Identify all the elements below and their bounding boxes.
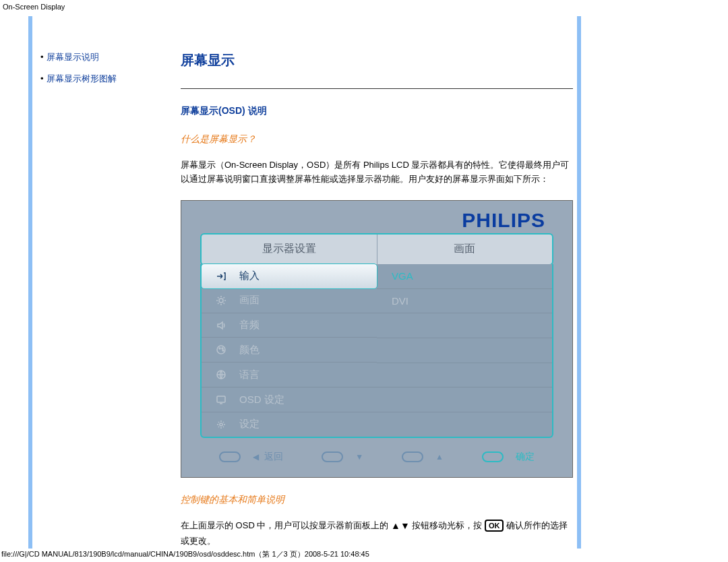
osd-option-item <box>377 387 552 412</box>
osd-screenshot: PHILIPS 显示器设置 画面 输入画面音频颜色语言OSD 设定设定 VGAD… <box>181 200 573 478</box>
svg-point-2 <box>219 348 220 349</box>
intro-paragraph: 屏幕显示（On-Screen Display，OSD）是所有 Philips L… <box>181 158 573 187</box>
osd-menu-label: 语言 <box>239 369 260 381</box>
osd-body: 输入画面音频颜色语言OSD 设定设定 VGADVI <box>200 264 553 438</box>
page-header-label: On-Screen Display <box>3 3 65 11</box>
page-footer-path: file:///G|/CD MANUAL/813/190B9/lcd/manua… <box>1 549 369 559</box>
sidebar: •屏幕显示说明•屏幕显示树形图解 <box>40 51 162 94</box>
osd-menu-label: 输入 <box>239 270 260 282</box>
pill-icon <box>322 451 343 462</box>
osd-menu-item[interactable]: OSD 设定 <box>202 387 377 412</box>
sidebar-item[interactable]: •屏幕显示说明 <box>40 51 162 63</box>
osd-back-label: 返回 <box>264 451 283 463</box>
osd-option-item <box>377 338 552 363</box>
osd-menu-item[interactable]: 音频 <box>202 313 377 338</box>
section-osd-desc-title: 屏幕显示(OSD) 说明 <box>181 105 573 117</box>
osd-menu-item[interactable]: 语言 <box>202 363 377 387</box>
screen-icon <box>214 394 229 405</box>
osd-option-item <box>377 412 552 437</box>
pill-icon <box>402 451 423 462</box>
osd-menu-item[interactable]: 设定 <box>202 412 377 437</box>
bullet-icon: • <box>40 52 44 62</box>
controls-paragraph: 在上面显示的 OSD 中，用户可以按显示器前面板上的 ▲▼ 按钮移动光标，按 O… <box>181 518 573 549</box>
decor-strip-right <box>577 16 581 549</box>
sidebar-link[interactable]: 屏幕显示说明 <box>47 52 99 62</box>
decor-strip-left <box>28 16 32 549</box>
osd-menu-label: 音频 <box>239 319 260 332</box>
osd-footer: ◀ 返回 ▼ ▲ 确定 <box>200 445 553 469</box>
svg-rect-6 <box>217 396 225 402</box>
osd-menu-item[interactable]: 颜色 <box>202 338 377 363</box>
osd-menu-left: 输入画面音频颜色语言OSD 设定设定 <box>202 264 377 437</box>
left-triangle-icon: ◀ <box>253 452 259 462</box>
osd-menu-right: VGADVI <box>377 264 552 437</box>
down-triangle-icon: ▼ <box>400 518 410 534</box>
sidebar-item[interactable]: •屏幕显示树形图解 <box>40 73 162 85</box>
main-content: 屏幕显示 屏幕显示(OSD) 说明 什么是屏幕显示？ 屏幕显示（On-Scree… <box>181 51 573 561</box>
globe-icon <box>214 369 229 380</box>
divider <box>181 88 573 89</box>
osd-ok-label: 确定 <box>516 451 535 463</box>
osd-header: 显示器设置 画面 <box>200 233 553 266</box>
up-triangle-icon: ▲ <box>435 452 444 462</box>
sidebar-link[interactable]: 屏幕显示树形图解 <box>47 73 117 84</box>
osd-header-right: 画面 <box>377 235 553 264</box>
osd-menu-label: 设定 <box>239 418 260 431</box>
down-triangle-icon: ▼ <box>355 452 363 462</box>
input-icon <box>214 271 229 282</box>
bullet-icon: • <box>40 73 44 84</box>
brand-logo: PHILIPS <box>462 209 545 232</box>
svg-point-3 <box>222 348 223 349</box>
osd-foot-up: ▲ <box>402 451 444 462</box>
page-title: 屏幕显示 <box>181 51 573 69</box>
osd-option-item <box>377 313 552 338</box>
palette-icon <box>214 344 229 355</box>
up-triangle-icon: ▲ <box>391 518 400 534</box>
osd-foot-down: ▼ <box>322 451 363 462</box>
ok-icon: OK <box>485 520 504 532</box>
osd-header-left: 显示器设置 <box>202 235 377 264</box>
para2-a: 在上面显示的 OSD 中，用户可以按显示器前面板上的 <box>181 520 391 530</box>
osd-foot-back: ◀ 返回 <box>219 451 283 463</box>
osd-option-item[interactable]: DVI <box>377 289 552 314</box>
osd-menu-label: OSD 设定 <box>239 394 284 406</box>
osd-menu-label: 颜色 <box>239 344 260 356</box>
svg-point-0 <box>219 299 223 303</box>
svg-point-4 <box>222 350 224 351</box>
controls-title: 控制键的基本和简单说明 <box>181 494 573 506</box>
osd-menu-item[interactable]: 输入 <box>201 263 377 289</box>
osd-menu-item[interactable]: 画面 <box>202 288 377 313</box>
speaker-icon <box>214 320 229 331</box>
svg-point-7 <box>220 423 222 426</box>
pill-icon <box>482 451 504 462</box>
osd-option-item[interactable]: VGA <box>377 264 552 289</box>
osd-menu-label: 画面 <box>239 294 260 307</box>
osd-option-item <box>377 363 552 388</box>
sun-icon <box>214 295 229 306</box>
gear-icon <box>214 419 229 430</box>
pill-icon <box>219 451 241 462</box>
para2-b: 按钮移动光标，按 <box>410 520 485 530</box>
question-title: 什么是屏幕显示？ <box>181 133 573 146</box>
osd-foot-ok: 确定 <box>482 451 535 463</box>
